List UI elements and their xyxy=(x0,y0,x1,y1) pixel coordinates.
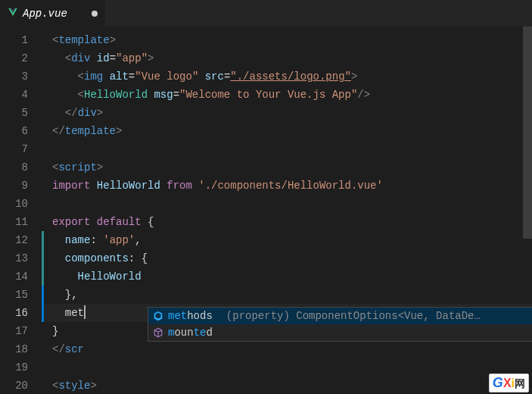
code-line: </template> xyxy=(42,122,532,140)
cube-icon xyxy=(153,311,163,321)
code-line xyxy=(42,358,532,377)
line-number: 17 xyxy=(0,322,42,340)
scrollbar-thumb[interactable] xyxy=(523,27,532,239)
line-number: 14 xyxy=(0,267,42,286)
cube-outline-icon xyxy=(153,327,163,338)
tab-bar: App.vue xyxy=(0,0,532,27)
line-number: 10 xyxy=(0,195,42,213)
code-line xyxy=(42,140,532,158)
code-line: name: 'app', xyxy=(42,231,532,249)
editor-pane: 1 2 3 4 5 6 7 8 9 10 11 12 13 14 15 16 1… xyxy=(0,27,532,394)
line-number: 18 xyxy=(0,340,42,358)
code-line: }, xyxy=(42,286,532,304)
code-line: <style> xyxy=(42,377,532,394)
code-line: </scr xyxy=(42,340,532,358)
code-line: <HelloWorld msg="Welcome to Your Vue.js … xyxy=(42,86,532,104)
editor-tab[interactable]: App.vue xyxy=(0,0,106,27)
line-number: 8 xyxy=(0,158,42,177)
line-number: 3 xyxy=(0,67,42,86)
suggestion-item[interactable]: mounted xyxy=(148,324,532,341)
line-number: 2 xyxy=(0,49,42,67)
line-number: 20 xyxy=(0,377,42,394)
code-line: components: { xyxy=(42,249,532,267)
line-number: 4 xyxy=(0,86,42,104)
code-line: <script> xyxy=(42,158,532,177)
line-number: 6 xyxy=(0,122,42,140)
line-number: 19 xyxy=(0,358,42,377)
line-number: 16 xyxy=(0,304,42,322)
suggestion-label: mounted xyxy=(168,327,213,339)
code-line xyxy=(42,195,532,213)
text-cursor xyxy=(84,305,86,319)
code-line: </div> xyxy=(42,104,532,122)
tab-modified-indicator xyxy=(92,11,98,17)
code-area[interactable]: <template> <div id="app"> <img alt="Vue … xyxy=(42,27,532,394)
site-watermark: GXi网 xyxy=(489,374,529,392)
line-number: 11 xyxy=(0,213,42,231)
vue-file-icon xyxy=(8,7,18,20)
code-line: <div id="app"> xyxy=(42,49,532,67)
line-number: 7 xyxy=(0,140,42,158)
suggestion-detail: (property) ComponentOptions<Vue, DataDe… xyxy=(226,310,530,322)
suggestion-item[interactable]: methods (property) ComponentOptions<Vue,… xyxy=(148,308,532,324)
code-line: <template> xyxy=(42,31,532,49)
line-number-gutter: 1 2 3 4 5 6 7 8 9 10 11 12 13 14 15 16 1… xyxy=(0,27,42,394)
autocomplete-popup: methods (property) ComponentOptions<Vue,… xyxy=(148,307,532,342)
line-number: 12 xyxy=(0,231,42,249)
line-number: 1 xyxy=(0,31,42,49)
tab-label: App.vue xyxy=(23,8,67,20)
line-number: 15 xyxy=(0,286,42,304)
line-number: 9 xyxy=(0,177,42,195)
code-line: import HelloWorld from './components/Hel… xyxy=(42,177,532,195)
line-number: 13 xyxy=(0,249,42,267)
code-line: HelloWorld xyxy=(42,267,532,286)
line-number: 5 xyxy=(0,104,42,122)
code-line: export default { xyxy=(42,213,532,231)
suggestion-label: methods xyxy=(168,310,213,322)
code-line: <img alt="Vue logo" src="./assets/logo.p… xyxy=(42,67,532,86)
